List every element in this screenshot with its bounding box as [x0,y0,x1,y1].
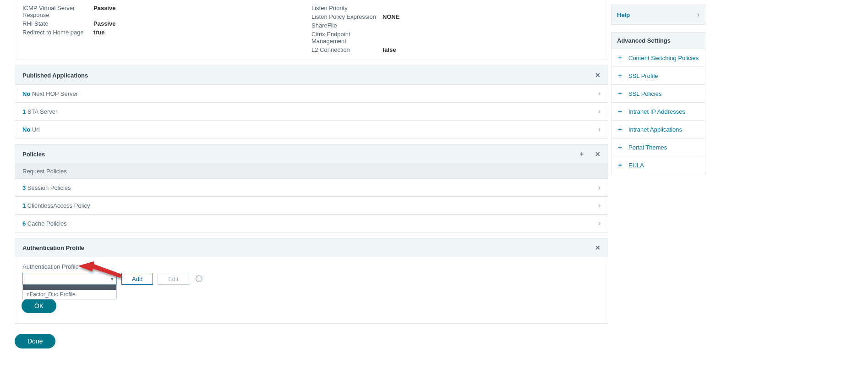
auth-profile-dropdown: nFactor_Duo Profile [22,285,117,299]
chevron-right-icon: › [598,89,601,98]
adv-item-label: Content Switching Policies [628,55,699,61]
done-button[interactable]: Done [15,334,55,348]
list-item[interactable]: 6 Cache Policies › [15,214,608,232]
row-count: 3 [22,184,26,191]
plus-icon: ＋ [617,143,623,151]
adv-item-ssl-policies[interactable]: ＋SSL Policies [611,84,705,102]
prop-row: L2 Connection false [311,46,601,53]
adv-item-label: Intranet IP Addresses [628,108,685,115]
prop-row: Listen Policy Expression NONE [311,13,601,20]
prop-label: ICMP Virtual Server Response [22,5,93,18]
chevron-right-icon: › [697,11,699,19]
close-icon[interactable]: ✕ [595,150,601,158]
section-header: Policies ＋ ✕ [15,144,608,164]
chevron-right-icon: › [598,125,601,133]
prop-label: Citrix Endpoint Management [311,31,382,44]
row-count: No [22,126,30,133]
prop-row: RHI State Passive [22,20,311,27]
plus-icon: ＋ [617,107,623,116]
adv-item-eula[interactable]: ＋EULA [611,156,705,174]
advanced-settings-header: Advanced Settings [611,32,705,49]
prop-value: false [382,46,396,53]
adv-item-label: Intranet Applications [628,126,682,133]
chevron-right-icon: › [598,183,601,192]
dropdown-option-blank[interactable] [23,285,116,290]
section-header: Published Applications ✕ [15,66,608,84]
row-label: Session Policies [27,184,71,191]
prop-value: NONE [382,13,400,20]
info-icon[interactable]: ⓘ [196,275,202,283]
adv-item-ssl-profile[interactable]: ＋SSL Profile [611,66,705,84]
close-icon[interactable]: ✕ [595,72,601,79]
plus-icon: ＋ [617,161,623,169]
edit-button: Edit [158,273,189,285]
section-published-applications: Published Applications ✕ No Next HOP Ser… [15,66,608,138]
chevron-right-icon: › [598,107,601,116]
adv-item-portal-themes[interactable]: ＋Portal Themes [611,138,705,156]
list-item[interactable]: 1 STA Server › [15,102,608,120]
row-count: No [22,90,30,97]
plus-icon[interactable]: ＋ [579,150,585,158]
row-label: Cache Policies [27,220,67,227]
section-title: Authentication Profile [22,244,84,251]
chevron-right-icon: › [598,201,601,210]
chevron-right-icon: › [598,219,601,227]
list-item[interactable]: No Url › [15,120,608,138]
help-panel[interactable]: Help › [611,5,705,25]
prop-row: ICMP Virtual Server Response Passive [22,5,311,18]
adv-item-label: EULA [628,162,644,169]
adv-item-label: SSL Policies [628,90,662,97]
close-icon[interactable]: ✕ [595,244,601,251]
prop-value: Passive [93,5,115,18]
adv-item-label: SSL Profile [628,72,658,79]
row-label: Url [32,126,40,133]
prop-label: RHI State [22,20,93,27]
row-count: 1 [22,108,26,115]
advanced-settings-list: ＋Content Switching Policies ＋SSL Profile… [611,49,705,174]
row-label: Next HOP Server [32,90,78,97]
plus-icon: ＋ [617,54,623,62]
prop-row: Listen Priority [311,5,601,11]
auth-profile-label: Authentication Profile [22,263,601,270]
adv-item-intranet-applications[interactable]: ＋Intranet Applications [611,120,705,138]
prop-row: Redirect to Home page true [22,29,311,36]
prop-value: Passive [93,20,115,27]
prop-label: ShareFile [311,22,382,29]
prop-row: ShareFile [311,22,601,29]
prop-label: Redirect to Home page [22,29,93,36]
plus-icon: ＋ [617,125,623,133]
plus-icon: ＋ [617,89,623,98]
add-button[interactable]: Add [121,273,153,285]
dropdown-option[interactable]: nFactor_Duo Profile [23,290,116,299]
vserver-properties: ICMP Virtual Server Response Passive RHI… [15,0,608,60]
section-authentication-profile: Authentication Profile ✕ Authentication … [15,238,608,324]
help-label: Help [617,11,630,18]
row-label: ClientlessAccess Policy [27,202,90,209]
section-header: Authentication Profile ✕ [15,238,608,257]
prop-label: Listen Policy Expression [311,13,382,20]
prop-label: Listen Priority [311,5,382,11]
prop-value: true [93,29,105,36]
adv-item-intranet-ip-addresses[interactable]: ＋Intranet IP Addresses [611,102,705,120]
adv-item-content-switching-policies[interactable]: ＋Content Switching Policies [611,49,705,66]
auth-profile-select[interactable]: ▾ [22,273,117,285]
plus-icon: ＋ [617,72,623,80]
ok-button[interactable]: OK [22,299,56,313]
list-item[interactable]: No Next HOP Server › [15,84,608,102]
chevron-down-icon: ▾ [111,276,114,282]
section-policies: Policies ＋ ✕ Request Policies 3 Session … [15,144,608,232]
adv-item-label: Portal Themes [628,144,667,151]
list-item[interactable]: 3 Session Policies › [15,178,608,196]
row-count: 6 [22,220,26,227]
row-count: 1 [22,202,26,209]
section-title: Published Applications [22,72,88,79]
row-label: STA Server [27,108,58,115]
list-item[interactable]: 1 ClientlessAccess Policy › [15,196,608,214]
policies-subheader: Request Policies [15,164,608,178]
section-title: Policies [22,151,45,158]
prop-label: L2 Connection [311,46,382,53]
prop-row: Citrix Endpoint Management [311,31,601,44]
